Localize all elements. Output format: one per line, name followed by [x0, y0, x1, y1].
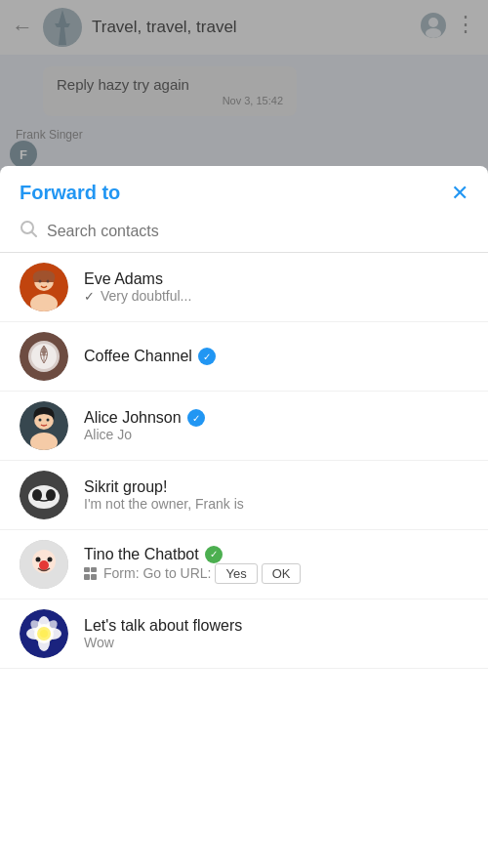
contact-item-alice-johnson[interactable]: Alice Johnson ✓ Alice Jo: [0, 392, 488, 461]
form-inline-tino: Form: Go to URL: Yes OK: [84, 563, 468, 584]
search-bar: [0, 216, 488, 253]
contact-name-alice-johnson: Alice Johnson: [84, 409, 182, 427]
svg-point-10: [47, 280, 50, 283]
search-input[interactable]: [47, 223, 468, 240]
modal-title: Forward to: [20, 182, 120, 204]
contact-sub-sikrit-group: I'm not the owner, Frank is: [84, 496, 468, 512]
verified-blue-icon-alice: ✓: [187, 409, 205, 427]
contact-name-eve-adams: Eve Adams: [84, 270, 163, 288]
contact-name-coffee-channel: Coffee Channel: [84, 348, 192, 365]
avatar-flowers: [20, 609, 68, 658]
svg-point-17: [39, 419, 42, 422]
contact-sub-eve-adams: ✓ Very doubtful...: [84, 288, 468, 304]
svg-point-37: [40, 630, 48, 638]
svg-point-18: [47, 419, 50, 422]
contact-sub-alice-johnson: Alice Jo: [84, 427, 468, 442]
contact-item-tino-chatbot[interactable]: Tino the Chatbot ✓ Form: Go to URL: Yes …: [0, 530, 488, 599]
contact-list: Eve Adams ✓ Very doubtful...: [0, 253, 488, 868]
svg-point-9: [39, 280, 42, 283]
forward-modal: Forward to ✕: [0, 166, 488, 868]
avatar-coffee-channel: [20, 332, 68, 381]
contact-item-flowers[interactable]: Let's talk about flowers Wow: [0, 599, 488, 669]
svg-point-26: [36, 558, 41, 562]
avatar-sikrit-group: [20, 471, 68, 519]
contact-item-eve-adams[interactable]: Eve Adams ✓ Very doubtful...: [0, 253, 488, 322]
svg-point-4: [21, 222, 33, 233]
svg-line-5: [32, 232, 36, 236]
contact-info-alice-johnson: Alice Johnson ✓ Alice Jo: [84, 409, 468, 442]
verified-green-icon-tino: ✓: [205, 546, 223, 563]
svg-point-27: [48, 558, 53, 562]
contact-info-flowers: Let's talk about flowers Wow: [84, 617, 468, 650]
form-text: Form: Go to URL:: [103, 565, 211, 581]
contact-item-coffee-channel[interactable]: Coffee Channel ✓: [0, 322, 488, 392]
contact-info-eve-adams: Eve Adams ✓ Very doubtful...: [84, 270, 468, 304]
form-yes-button[interactable]: Yes: [215, 563, 257, 584]
form-ok-button[interactable]: OK: [262, 563, 302, 584]
contact-item-sikrit-group[interactable]: Sikrit group! I'm not the owner, Frank i…: [0, 461, 488, 530]
avatar-tino-chatbot: [20, 540, 68, 589]
modal-header: Forward to ✕: [0, 166, 488, 216]
search-icon: [20, 220, 37, 242]
svg-point-25: [39, 560, 49, 570]
contact-sub-flowers: Wow: [84, 635, 468, 650]
contact-info-coffee-channel: Coffee Channel ✓: [84, 348, 468, 365]
grid-icon: [84, 567, 97, 580]
checkmark-icon: ✓: [84, 289, 95, 304]
contact-name-flowers: Let's talk about flowers: [84, 617, 242, 635]
contact-name-sikrit-group: Sikrit group!: [84, 478, 167, 496]
contact-info-tino-chatbot: Tino the Chatbot ✓ Form: Go to URL: Yes …: [84, 546, 468, 584]
avatar-eve-adams: [20, 263, 68, 311]
avatar-alice-johnson: [20, 401, 68, 450]
contact-name-tino-chatbot: Tino the Chatbot: [84, 546, 199, 563]
close-button[interactable]: ✕: [451, 183, 468, 204]
verified-blue-icon-coffee: ✓: [198, 348, 216, 365]
contact-info-sikrit-group: Sikrit group! I'm not the owner, Frank i…: [84, 478, 468, 512]
